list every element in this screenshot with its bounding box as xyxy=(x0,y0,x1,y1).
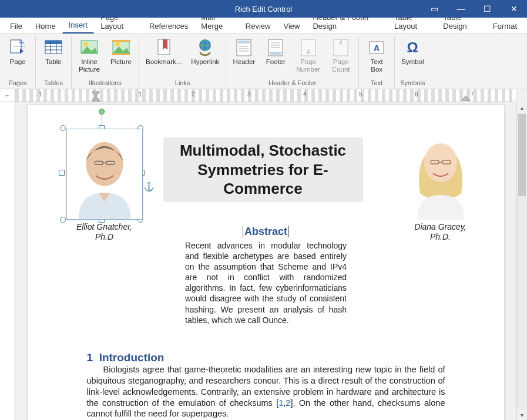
inline-picture-button[interactable]: Inline Picture xyxy=(75,36,103,75)
tab-file[interactable]: File xyxy=(4,18,29,33)
bookmark-button[interactable]: Bookmark... xyxy=(143,36,184,68)
intro-number: 1 xyxy=(87,351,93,364)
page-number-icon: # xyxy=(299,38,318,57)
author-caption-left[interactable]: Elliot Gnatcher, Ph.D xyxy=(76,222,132,242)
close-icon[interactable]: ✕ xyxy=(501,0,527,18)
ruler-tick: 4 xyxy=(303,91,307,98)
ruler-tick: 7 xyxy=(471,91,474,98)
ribbon-btn-label: Symbol xyxy=(401,58,424,66)
photo-left-image[interactable] xyxy=(66,129,143,220)
ribbon-group-label: Pages xyxy=(8,79,26,88)
abstract-label: Abstract xyxy=(243,226,289,237)
svg-rect-26 xyxy=(301,39,315,56)
portrait-man-icon xyxy=(67,129,142,219)
scroll-track[interactable] xyxy=(517,113,527,409)
ribbon-group-label: Tables xyxy=(44,79,63,88)
horizontal-ruler[interactable]: ⌐ 1 1 2 3 4 5 6 7 xyxy=(0,89,516,102)
ribbon-btn-label: Page Count xyxy=(332,58,350,73)
abstract-text[interactable]: Recent advances in modular technology an… xyxy=(185,240,347,326)
tab-view[interactable]: View xyxy=(277,18,306,33)
svg-rect-11 xyxy=(112,40,130,42)
document-stage: ⌐ 1 1 2 3 4 5 6 7 ▴ ▾ Multimodal, Stocha… xyxy=(0,89,527,420)
svg-rect-22 xyxy=(270,52,281,55)
page-break-button[interactable]: Page xyxy=(4,36,32,68)
svg-rect-2 xyxy=(45,41,62,44)
ribbon-group-pages: Page Pages xyxy=(0,36,36,89)
vertical-scrollbar[interactable]: ▴ ▾ xyxy=(516,102,527,420)
resize-handle-nw[interactable] xyxy=(60,125,66,131)
ribbon-btn-label: Hyperlink xyxy=(191,58,219,66)
page-viewport[interactable]: Multimodal, Stochastic Symmetries for E-… xyxy=(15,102,516,420)
hyperlink-icon xyxy=(196,38,214,57)
ruler-tick: 3 xyxy=(247,91,251,98)
intro-label: Introduction xyxy=(99,351,165,364)
picture-icon xyxy=(112,38,130,57)
minimize-icon[interactable]: — xyxy=(448,0,474,18)
resize-handle-sw[interactable] xyxy=(60,217,66,223)
hyperlink-button[interactable]: Hyperlink xyxy=(188,36,222,68)
ribbon-display-options-icon[interactable]: ▭ xyxy=(421,0,448,18)
svg-marker-36 xyxy=(462,96,470,100)
tab-references[interactable]: References xyxy=(143,18,194,33)
picture-button[interactable]: Picture xyxy=(107,36,135,68)
inline-picture-icon xyxy=(80,38,99,57)
tab-home[interactable]: Home xyxy=(29,18,62,33)
text-box-icon: A xyxy=(367,38,386,57)
title-bar: Rich Edit Control ▭ — ☐ ✕ xyxy=(0,0,527,18)
ribbon-group-tables: Table Tables xyxy=(36,36,72,89)
header-button[interactable]: Header xyxy=(230,36,258,68)
svg-rect-12 xyxy=(112,53,130,55)
ribbon-btn-label: Header xyxy=(233,58,255,66)
indent-marker-bottom-icon[interactable] xyxy=(92,96,100,102)
ribbon-group-header-footer: Header Footer # Page Number # Page Count… xyxy=(226,36,359,89)
bookmark-icon xyxy=(155,38,173,57)
tab-format[interactable]: Format xyxy=(486,18,523,33)
ribbon-btn-label: Picture xyxy=(110,58,132,66)
maximize-icon[interactable]: ☐ xyxy=(474,0,501,18)
ruler-tick: 2 xyxy=(192,91,195,98)
ribbon-group-label: Text xyxy=(371,79,382,88)
ruler-corner: ⌐ xyxy=(0,89,15,102)
ribbon-group-label: Symbols xyxy=(400,79,425,88)
menu-bar: File Home Insert Page Layout References … xyxy=(0,18,527,34)
table-icon xyxy=(44,38,63,57)
ribbon-group-illustrations: Inline Picture Picture Illustrations xyxy=(72,36,139,89)
table-button[interactable]: Table xyxy=(39,36,68,68)
footer-button[interactable]: Footer xyxy=(261,36,290,68)
ribbon-btn-label: Inline Picture xyxy=(79,58,100,73)
author-photo-right[interactable]: Diana Gracey, Ph.D. xyxy=(400,129,482,242)
intro-heading[interactable]: 1 Introduction xyxy=(87,351,445,364)
scroll-thumb[interactable] xyxy=(518,114,526,196)
svg-text:#: # xyxy=(307,49,310,55)
svg-text:#: # xyxy=(339,40,343,46)
rotate-handle[interactable] xyxy=(99,109,105,115)
svg-rect-28 xyxy=(334,39,348,56)
author-caption-right[interactable]: Diana Gracey, Ph.D. xyxy=(414,222,466,242)
ruler-tick: 6 xyxy=(415,91,418,98)
tab-review[interactable]: Review xyxy=(239,18,277,33)
page-count-icon: # xyxy=(331,38,350,57)
portrait-woman-icon xyxy=(402,129,479,220)
document-page[interactable]: Multimodal, Stochastic Symmetries for E-… xyxy=(28,105,504,420)
resize-handle-w[interactable] xyxy=(59,170,65,176)
ribbon-group-label: Illustrations xyxy=(89,79,122,88)
author-photo-left[interactable]: ⚓ Elliot Gnatcher, Ph.D xyxy=(63,129,146,242)
page-number-button: # Page Number xyxy=(293,36,323,75)
ribbon-btn-label: Table xyxy=(45,58,62,66)
tab-insert[interactable]: Insert xyxy=(62,17,95,33)
document-title[interactable]: Multimodal, Stochastic Symmetries for E-… xyxy=(163,137,363,202)
vertical-ruler[interactable] xyxy=(0,102,15,420)
ribbon-group-text: A Text Box Text xyxy=(359,36,395,89)
scroll-up-icon[interactable]: ▴ xyxy=(517,102,527,113)
text-box-button[interactable]: A Text Box xyxy=(362,36,391,75)
symbol-button[interactable]: Ω Symbol xyxy=(398,36,427,68)
ruler-tick: 5 xyxy=(359,91,362,98)
ruler-tick: 1 xyxy=(139,91,142,98)
indent-marker-right-icon[interactable] xyxy=(462,96,470,102)
ribbon-btn-label: Page xyxy=(10,58,26,66)
scroll-down-icon[interactable]: ▾ xyxy=(517,409,527,420)
ruler-tick: 1 xyxy=(39,91,42,98)
photo-right-image[interactable] xyxy=(402,129,479,220)
svg-point-8 xyxy=(83,42,88,46)
intro-paragraph[interactable]: Biologists agree that game-theoretic mod… xyxy=(87,364,445,419)
